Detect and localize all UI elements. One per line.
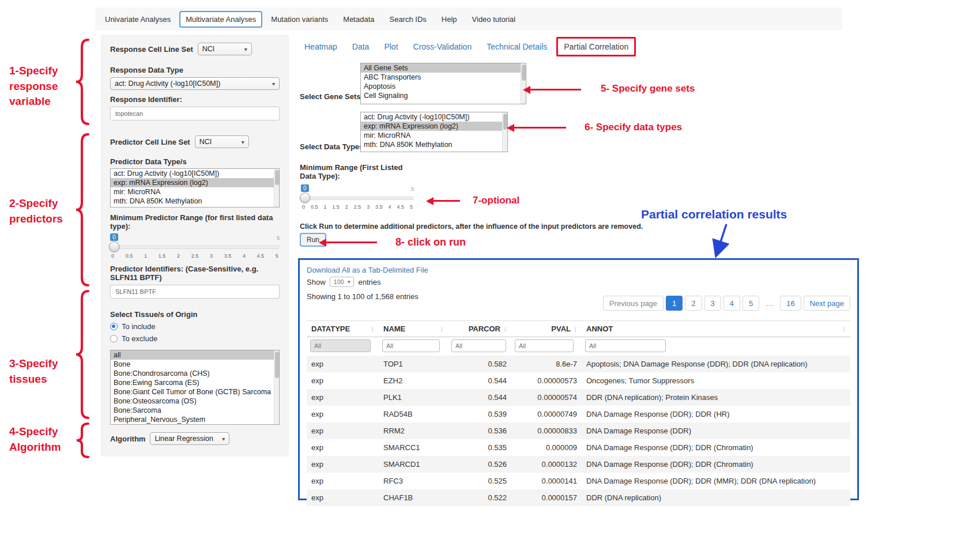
listbox-option[interactable]: act: Drug Activity (-log10[IC50M])	[361, 112, 507, 122]
sort-icon[interactable]: ↕	[842, 325, 846, 333]
download-link[interactable]: Download All as a Tab-Delimited File	[307, 266, 428, 274]
tab[interactable]: Cross-Validation	[408, 37, 478, 56]
filter-pval-input[interactable]	[515, 339, 574, 352]
tab[interactable]: Partial Correlation	[556, 37, 636, 56]
tab[interactable]: Heatmap	[299, 37, 343, 56]
response-cell-line-set-select[interactable]: NCI ▾	[198, 43, 252, 55]
sort-icon[interactable]: ↕	[574, 325, 577, 333]
listbox-option[interactable]: Bone:Giant Cell Tumor of Bone (GCTB) Sar…	[111, 387, 279, 397]
nav-item[interactable]: Search IDs	[383, 11, 433, 28]
nav-item[interactable]: Mutation variants	[265, 11, 334, 28]
page-button[interactable]: 3	[704, 296, 721, 311]
radio-exclude-icon[interactable]	[110, 335, 118, 342]
filter-annot-input[interactable]	[585, 339, 666, 352]
slider-handle[interactable]	[300, 193, 310, 203]
nav-item[interactable]: Video tutorial	[466, 11, 522, 28]
result-row[interactable]: exp SMARCC1 0.535 0.000009 DNA Damage Re…	[307, 439, 850, 456]
listbox-option[interactable]: mir: MicroRNA	[361, 131, 507, 140]
tab[interactable]: Plot	[378, 37, 404, 56]
listbox-option[interactable]: exp: mRNA Expression (log2)	[361, 122, 507, 131]
sort-icon[interactable]: ↕	[503, 325, 507, 333]
radio-exclude[interactable]: To exclude	[110, 334, 280, 343]
scrollbar[interactable]	[274, 169, 279, 207]
min-predictor-range-slider[interactable]: 0 5 00.511.522.533.544.55	[110, 233, 280, 260]
filter-datatype-input[interactable]	[310, 339, 371, 352]
next-page-button[interactable]: Next page	[804, 296, 850, 311]
result-row[interactable]: exp CHAF1B 0.522 0.0000157 DDR (DNA repl…	[307, 489, 850, 506]
response-data-type-select[interactable]: act: Drug Activity (-log10[IC50M]) ▾	[110, 77, 280, 90]
min-range-slider[interactable]: 0 5 00.511.522.533.544.55	[301, 184, 414, 211]
filter-parcor-input[interactable]	[451, 339, 506, 352]
result-row[interactable]: exp EZH2 0.544 0.00000573 Oncogenes; Tum…	[307, 372, 850, 389]
results-pointer-arrow-icon	[708, 222, 733, 259]
tab[interactable]: Data	[346, 37, 375, 56]
app-canvas: Univariate AnalysesMultivariate Analyses…	[0, 0, 980, 551]
page-button[interactable]: 4	[723, 296, 740, 311]
listbox-option[interactable]: ABC Transporters	[361, 73, 526, 82]
column-header[interactable]: NAME ↕	[379, 321, 448, 337]
result-row[interactable]: exp RFC3 0.525 0.0000141 DNA Damage Resp…	[307, 473, 850, 489]
listbox-option[interactable]: Bone:Chondrosarcoma (CHS)	[111, 369, 279, 378]
scrollbar[interactable]	[521, 63, 526, 104]
page-button[interactable]: 2	[685, 296, 702, 311]
nav-item[interactable]: Metadata	[337, 11, 380, 28]
page-button[interactable]: 1	[666, 296, 683, 311]
gene-sets-label: Select Gene Sets	[300, 92, 361, 101]
filter-name-input[interactable]	[382, 339, 440, 352]
sort-icon[interactable]: ↕	[371, 325, 374, 333]
tab[interactable]: Technical Details	[481, 37, 553, 56]
listbox-option[interactable]: Cell Signaling	[361, 91, 526, 100]
gene-sets-listbox[interactable]: All Gene SetsABC TransportersApoptosisCe…	[360, 63, 526, 104]
nav-item[interactable]: Help	[435, 11, 463, 28]
data-types-listbox[interactable]: act: Drug Activity (-log10[IC50M])exp: m…	[360, 112, 508, 152]
listbox-option[interactable]: Bone:Sarcoma	[111, 406, 279, 415]
nav-item[interactable]: Univariate Analyses	[99, 11, 177, 28]
listbox-option[interactable]: act: Drug Activity (-log10[IC50M])	[111, 169, 279, 178]
column-header[interactable]: PVAL ↕	[511, 321, 582, 337]
listbox-option[interactable]: mth: DNA 850K Methylation	[361, 140, 507, 149]
listbox-option[interactable]: Apoptosis	[361, 82, 526, 91]
listbox-option[interactable]: Bone:Osteosarcoma (OS)	[111, 397, 279, 406]
column-header[interactable]: DATATYPE ↕	[307, 321, 379, 337]
radio-include[interactable]: To include	[110, 322, 280, 331]
cell-annot: Apoptosis; DNA Damage Response (DDR); DD…	[582, 356, 850, 372]
predictor-identifiers-input[interactable]	[110, 285, 280, 299]
result-row[interactable]: exp PLK1 0.544 0.00000574 DDR (DNA repli…	[307, 389, 850, 406]
radio-include-label: To include	[122, 322, 156, 331]
slider-tick-label: 5	[410, 204, 413, 210]
slider-tick-label: 5	[276, 253, 278, 259]
listbox-option[interactable]: Bone	[111, 360, 279, 369]
listbox-option[interactable]: mth: DNA 850K Methylation	[111, 197, 279, 206]
slider-handle[interactable]	[109, 241, 119, 252]
cell-parcor: 0.544	[448, 389, 511, 406]
response-identifier-input[interactable]	[110, 107, 280, 120]
slider-track[interactable]	[110, 246, 280, 249]
algorithm-select[interactable]: Linear Regression ▾	[150, 432, 229, 445]
listbox-option[interactable]: all	[111, 350, 279, 360]
result-row[interactable]: exp SMARCD1 0.526 0.0000132 DNA Damage R…	[307, 456, 850, 473]
entries-select[interactable]: 100 ▾	[330, 277, 355, 287]
page-button[interactable]: 16	[780, 296, 801, 311]
cell-gene-name: CHAF1B	[379, 489, 448, 506]
result-row[interactable]: exp TOP1 0.582 8.6e-7 Apoptosis; DNA Dam…	[307, 356, 850, 372]
previous-page-button[interactable]: Previous page	[603, 296, 664, 311]
listbox-option[interactable]: All Gene Sets	[361, 63, 526, 73]
listbox-option[interactable]: exp: mRNA Expression (log2)	[111, 178, 279, 187]
listbox-option[interactable]: Bone:Ewing Sarcoma (ES)	[111, 378, 279, 387]
tissues-listbox[interactable]: allBoneBone:Chondrosarcoma (CHS)Bone:Ewi…	[110, 350, 280, 425]
column-header[interactable]: PARCOR ↕	[448, 321, 511, 337]
scrollbar[interactable]	[274, 350, 279, 424]
column-header[interactable]: ANNOT ↕	[582, 321, 850, 337]
radio-include-icon[interactable]	[110, 323, 118, 330]
result-row[interactable]: exp RAD54B 0.539 0.00000749 DNA Damage R…	[307, 406, 850, 422]
listbox-option[interactable]: Peripheral_Nervous_System	[111, 415, 279, 424]
result-row[interactable]: exp RRM2 0.536 0.00000833 DNA Damage Res…	[307, 422, 850, 439]
predictor-data-types-listbox[interactable]: act: Drug Activity (-log10[IC50M])exp: m…	[110, 168, 280, 207]
listbox-option[interactable]: mir: MicroRNA	[111, 187, 279, 197]
sort-icon[interactable]: ↕	[440, 325, 443, 333]
predictor-cell-line-set-select[interactable]: NCI ▾	[195, 135, 249, 148]
slider-track[interactable]	[301, 197, 414, 200]
scrollbar[interactable]	[502, 112, 507, 152]
page-button[interactable]: 5	[742, 296, 759, 311]
nav-item[interactable]: Multivariate Analyses	[179, 11, 262, 28]
